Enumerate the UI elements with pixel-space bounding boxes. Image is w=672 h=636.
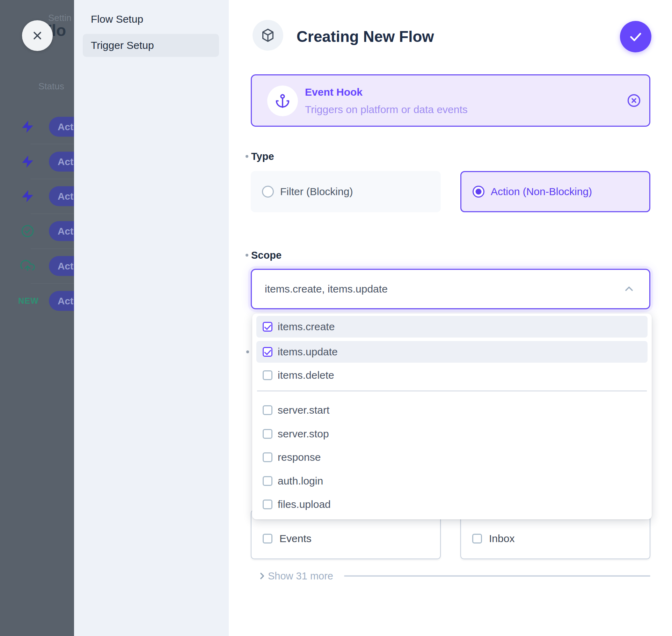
scope-option-server-stop[interactable]: server.stop <box>256 423 648 445</box>
dropdown-divider <box>257 391 647 391</box>
row-divider <box>31 214 74 214</box>
type-field-label: Type <box>251 151 274 162</box>
type-option-action[interactable]: Action (Non-Blocking) <box>460 171 650 212</box>
row-divider <box>31 249 74 249</box>
cube-icon <box>260 27 276 43</box>
scope-select-input[interactable]: items.create, items.update <box>251 269 650 309</box>
table-row: Acti <box>0 216 74 246</box>
x-circle-icon <box>626 93 642 108</box>
type-option-filter[interactable]: Filter (Blocking) <box>251 171 441 212</box>
scope-selected-values: items.create, items.update <box>265 283 388 295</box>
drawer-nav: Flow Setup Trigger Setup <box>74 0 229 636</box>
trigger-type-card[interactable]: Event Hook Triggers on platform or data … <box>251 74 650 127</box>
scope-option-label: items.update <box>278 346 338 358</box>
close-icon <box>31 29 44 42</box>
scope-option-label: files.upload <box>278 498 331 510</box>
row-divider <box>31 179 74 179</box>
checkbox-unchecked-icon[interactable] <box>263 405 272 415</box>
checkbox-unchecked-icon[interactable] <box>263 370 272 380</box>
status-badge: Acti <box>49 221 74 241</box>
trigger-card-title: Event Hook <box>305 86 363 98</box>
bolt-icon <box>20 154 35 169</box>
scope-option-label: server.start <box>278 404 329 416</box>
checkbox-unchecked-icon[interactable] <box>263 534 272 543</box>
row-divider <box>31 144 74 144</box>
table-row: NEW Acti <box>0 286 74 316</box>
status-badge: Acti <box>49 152 74 172</box>
show-more-row: Show 31 more <box>229 569 672 583</box>
table-row: Acti <box>0 111 74 142</box>
save-button[interactable] <box>620 21 651 52</box>
scope-option-items-create[interactable]: items.create <box>256 316 648 338</box>
scope-option-files-upload[interactable]: files.upload <box>256 494 648 515</box>
scope-option-label: auth.login <box>278 475 323 487</box>
check-icon <box>628 29 644 45</box>
row-divider <box>31 283 74 284</box>
dimmed-background-page: Settin Flo Status Acti Acti Acti Acti Ac… <box>0 0 74 636</box>
trigger-card-subtitle: Triggers on platform or data events <box>305 104 468 116</box>
trigger-icon-circle <box>267 86 298 116</box>
checkbox-unchecked-icon[interactable] <box>263 500 272 509</box>
radio-unselected-icon[interactable] <box>262 186 274 198</box>
checkbox-checked-icon[interactable] <box>263 347 272 357</box>
scope-option-label: items.create <box>278 321 335 333</box>
scope-option-server-start[interactable]: server.start <box>256 399 648 421</box>
type-option-label: Filter (Blocking) <box>280 186 353 198</box>
drawer-header-icon <box>253 20 283 51</box>
show-more-link[interactable]: Show 31 more <box>268 570 333 582</box>
page-title: Creating New Flow <box>297 28 434 45</box>
scope-option-label: items.delete <box>278 369 334 381</box>
collection-option-label: Events <box>279 533 312 545</box>
nav-item-flow-setup[interactable]: Flow Setup <box>83 8 219 31</box>
status-badge: Acti <box>49 186 74 206</box>
scope-option-items-update[interactable]: items.update <box>256 341 648 363</box>
radio-selected-icon[interactable] <box>473 186 484 198</box>
checkbox-checked-icon[interactable] <box>263 322 272 332</box>
scope-option-label: response <box>278 451 321 463</box>
drawer-main-panel: Creating New Flow Event Hook Triggers on… <box>229 0 672 636</box>
deselect-trigger-button[interactable] <box>626 93 642 108</box>
cloud-upload-icon <box>20 259 35 273</box>
scope-field-label: Scope <box>251 250 282 261</box>
checkbox-unchecked-icon[interactable] <box>263 476 272 486</box>
check-circle-icon <box>20 224 35 238</box>
chevron-up-icon[interactable] <box>623 283 635 295</box>
checkbox-unchecked-icon[interactable] <box>263 452 272 462</box>
required-dot <box>246 350 249 353</box>
scope-option-label: server.stop <box>278 428 329 440</box>
bolt-icon <box>20 119 35 134</box>
required-dot <box>246 155 248 158</box>
new-format-label: NEW <box>18 296 39 306</box>
checkbox-unchecked-icon[interactable] <box>472 534 482 543</box>
bolt-icon <box>20 189 35 204</box>
scope-dropdown-menu: items.create items.update items.delete s… <box>252 313 652 519</box>
status-column-header: Status <box>38 81 64 92</box>
chevron-right-icon <box>257 571 267 581</box>
table-row: Acti <box>0 251 74 281</box>
table-row: Acti <box>0 146 74 177</box>
checkbox-unchecked-icon[interactable] <box>263 429 272 439</box>
status-badge: Acti <box>49 291 74 311</box>
collection-option-label: Inbox <box>489 533 514 545</box>
status-badge: Acti <box>49 117 74 137</box>
scope-option-auth-login[interactable]: auth.login <box>256 470 648 492</box>
anchor-icon <box>275 93 290 109</box>
nav-item-trigger-setup[interactable]: Trigger Setup <box>83 34 219 57</box>
type-option-label: Action (Non-Blocking) <box>491 186 592 198</box>
table-row: Acti <box>0 181 74 212</box>
required-dot <box>246 254 248 257</box>
show-more-divider <box>344 575 650 577</box>
scope-option-items-delete[interactable]: items.delete <box>256 364 648 386</box>
close-drawer-button[interactable] <box>22 20 53 51</box>
status-badge: Acti <box>49 256 74 276</box>
scope-option-response[interactable]: response <box>256 446 648 468</box>
